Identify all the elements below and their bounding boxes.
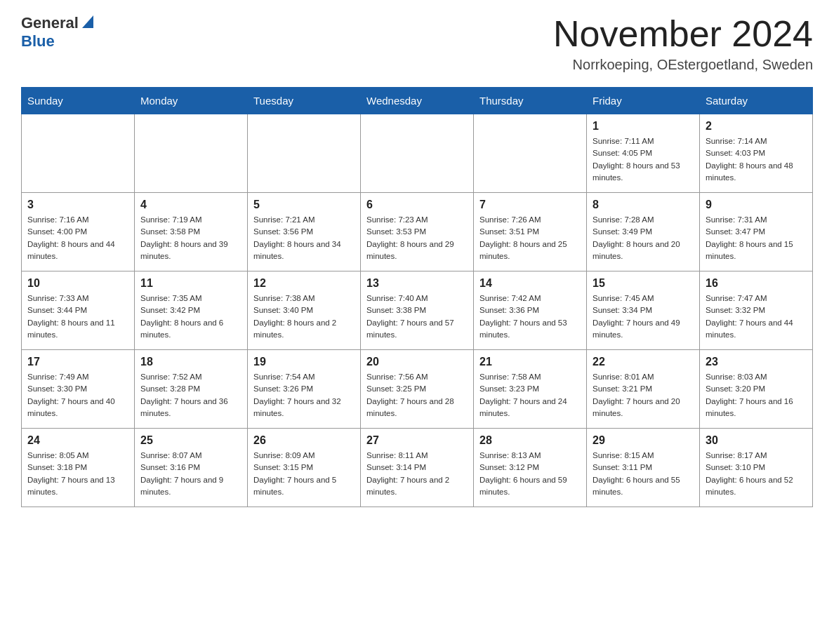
calendar-day-cell: 21 Sunrise: 7:58 AM Sunset: 3:23 PM Dayl… xyxy=(474,350,587,429)
day-of-week-header: Sunday xyxy=(22,88,135,114)
logo-general-text: General xyxy=(21,14,79,32)
sunset-text: Sunset: 3:44 PM xyxy=(27,304,128,316)
daylight-text: Daylight: 6 hours and 59 minutes. xyxy=(479,474,581,499)
day-info: Sunrise: 8:13 AM Sunset: 3:12 PM Dayligh… xyxy=(479,450,581,498)
daylight-text: Daylight: 7 hours and 9 minutes. xyxy=(140,474,241,499)
day-of-week-header: Monday xyxy=(135,88,248,114)
day-number: 29 xyxy=(593,434,694,447)
day-info: Sunrise: 7:21 AM Sunset: 3:56 PM Dayligh… xyxy=(253,214,355,262)
day-number: 21 xyxy=(479,356,581,368)
sunrise-text: Sunrise: 8:09 AM xyxy=(253,450,355,462)
daylight-text: Daylight: 8 hours and 20 minutes. xyxy=(593,239,694,263)
calendar-day-cell: 17 Sunrise: 7:49 AM Sunset: 3:30 PM Dayl… xyxy=(22,350,135,429)
daylight-text: Daylight: 8 hours and 29 minutes. xyxy=(366,239,468,263)
sunrise-text: Sunrise: 7:23 AM xyxy=(366,214,468,226)
sunset-text: Sunset: 3:21 PM xyxy=(593,383,694,395)
sunset-text: Sunset: 3:47 PM xyxy=(706,226,807,238)
day-info: Sunrise: 7:35 AM Sunset: 3:42 PM Dayligh… xyxy=(140,293,241,341)
sunrise-text: Sunrise: 7:28 AM xyxy=(593,214,694,226)
day-info: Sunrise: 7:54 AM Sunset: 3:26 PM Dayligh… xyxy=(253,371,355,420)
calendar-day-cell: 9 Sunrise: 7:31 AM Sunset: 3:47 PM Dayli… xyxy=(700,193,813,271)
calendar-day-cell: 20 Sunrise: 7:56 AM Sunset: 3:25 PM Dayl… xyxy=(361,350,474,429)
page-header: General Blue November 2024 Norrkoeping, … xyxy=(21,14,813,73)
daylight-text: Daylight: 7 hours and 40 minutes. xyxy=(27,396,128,420)
calendar-day-cell: 29 Sunrise: 8:15 AM Sunset: 3:11 PM Dayl… xyxy=(587,429,700,507)
daylight-text: Daylight: 8 hours and 2 minutes. xyxy=(253,317,355,342)
day-number: 27 xyxy=(366,434,468,447)
sunrise-text: Sunrise: 7:56 AM xyxy=(366,371,468,383)
calendar-day-cell: 22 Sunrise: 8:01 AM Sunset: 3:21 PM Dayl… xyxy=(587,350,700,429)
sunset-text: Sunset: 3:51 PM xyxy=(479,226,581,238)
calendar-day-cell xyxy=(135,114,248,193)
calendar-day-cell: 15 Sunrise: 7:45 AM Sunset: 3:34 PM Dayl… xyxy=(587,271,700,350)
day-number: 13 xyxy=(366,277,468,290)
sunset-text: Sunset: 3:49 PM xyxy=(593,226,694,238)
calendar-body: 1 Sunrise: 7:11 AM Sunset: 4:05 PM Dayli… xyxy=(22,114,813,507)
calendar-day-cell: 23 Sunrise: 8:03 AM Sunset: 3:20 PM Dayl… xyxy=(700,350,813,429)
daylight-text: Daylight: 8 hours and 6 minutes. xyxy=(140,317,241,342)
sunset-text: Sunset: 3:11 PM xyxy=(593,462,694,474)
sunrise-text: Sunrise: 7:49 AM xyxy=(27,371,128,383)
sunset-text: Sunset: 3:53 PM xyxy=(366,226,468,238)
day-of-week-header: Saturday xyxy=(700,88,813,114)
title-section: November 2024 Norrkoeping, OEstergoetlan… xyxy=(553,14,813,73)
calendar-day-cell: 28 Sunrise: 8:13 AM Sunset: 3:12 PM Dayl… xyxy=(474,429,587,507)
sunset-text: Sunset: 3:28 PM xyxy=(140,383,241,395)
daylight-text: Daylight: 6 hours and 55 minutes. xyxy=(593,474,694,499)
sunrise-text: Sunrise: 8:15 AM xyxy=(593,450,694,462)
day-number: 1 xyxy=(593,120,694,133)
day-info: Sunrise: 8:09 AM Sunset: 3:15 PM Dayligh… xyxy=(253,450,355,498)
month-title: November 2024 xyxy=(553,14,813,54)
sunrise-text: Sunrise: 7:11 AM xyxy=(593,135,694,147)
sunrise-text: Sunrise: 7:19 AM xyxy=(140,214,241,226)
day-number: 22 xyxy=(593,356,694,368)
daylight-text: Daylight: 8 hours and 15 minutes. xyxy=(706,239,807,263)
sunset-text: Sunset: 3:56 PM xyxy=(253,226,355,238)
day-number: 2 xyxy=(706,120,807,133)
sunrise-text: Sunrise: 8:11 AM xyxy=(366,450,468,462)
sunrise-text: Sunrise: 8:17 AM xyxy=(706,450,807,462)
day-number: 15 xyxy=(593,277,694,290)
sunrise-text: Sunrise: 7:47 AM xyxy=(706,293,807,304)
day-info: Sunrise: 7:16 AM Sunset: 4:00 PM Dayligh… xyxy=(27,214,128,262)
day-number: 6 xyxy=(366,199,468,211)
sunset-text: Sunset: 4:05 PM xyxy=(593,147,694,159)
day-number: 3 xyxy=(27,199,128,211)
sunrise-text: Sunrise: 7:21 AM xyxy=(253,214,355,226)
day-number: 23 xyxy=(706,356,807,368)
daylight-text: Daylight: 7 hours and 32 minutes. xyxy=(253,396,355,420)
daylight-text: Daylight: 8 hours and 44 minutes. xyxy=(27,239,128,263)
day-info: Sunrise: 8:03 AM Sunset: 3:20 PM Dayligh… xyxy=(706,371,807,420)
calendar-day-cell: 30 Sunrise: 8:17 AM Sunset: 3:10 PM Dayl… xyxy=(700,429,813,507)
calendar-day-cell xyxy=(361,114,474,193)
day-info: Sunrise: 7:49 AM Sunset: 3:30 PM Dayligh… xyxy=(27,371,128,420)
day-number: 16 xyxy=(706,277,807,290)
daylight-text: Daylight: 7 hours and 5 minutes. xyxy=(253,474,355,499)
sunrise-text: Sunrise: 7:35 AM xyxy=(140,293,241,304)
calendar-day-cell: 7 Sunrise: 7:26 AM Sunset: 3:51 PM Dayli… xyxy=(474,193,587,271)
calendar-day-cell: 27 Sunrise: 8:11 AM Sunset: 3:14 PM Dayl… xyxy=(361,429,474,507)
sunrise-text: Sunrise: 7:42 AM xyxy=(479,293,581,304)
daylight-text: Daylight: 7 hours and 36 minutes. xyxy=(140,396,241,420)
daylight-text: Daylight: 7 hours and 16 minutes. xyxy=(706,396,807,420)
day-info: Sunrise: 8:01 AM Sunset: 3:21 PM Dayligh… xyxy=(593,371,694,420)
day-number: 7 xyxy=(479,199,581,211)
calendar-day-cell: 1 Sunrise: 7:11 AM Sunset: 4:05 PM Dayli… xyxy=(587,114,700,193)
daylight-text: Daylight: 7 hours and 28 minutes. xyxy=(366,396,468,420)
day-of-week-header: Tuesday xyxy=(248,88,361,114)
logo-triangle-icon xyxy=(81,14,95,32)
calendar-day-cell: 16 Sunrise: 7:47 AM Sunset: 3:32 PM Dayl… xyxy=(700,271,813,350)
daylight-text: Daylight: 7 hours and 44 minutes. xyxy=(706,317,807,342)
calendar-week-row: 1 Sunrise: 7:11 AM Sunset: 4:05 PM Dayli… xyxy=(22,114,813,193)
day-info: Sunrise: 8:05 AM Sunset: 3:18 PM Dayligh… xyxy=(27,450,128,498)
day-info: Sunrise: 8:11 AM Sunset: 3:14 PM Dayligh… xyxy=(366,450,468,498)
daylight-text: Daylight: 8 hours and 34 minutes. xyxy=(253,239,355,263)
day-info: Sunrise: 7:26 AM Sunset: 3:51 PM Dayligh… xyxy=(479,214,581,262)
sunrise-text: Sunrise: 7:16 AM xyxy=(27,214,128,226)
sunset-text: Sunset: 3:40 PM xyxy=(253,304,355,316)
day-number: 28 xyxy=(479,434,581,447)
calendar-week-row: 10 Sunrise: 7:33 AM Sunset: 3:44 PM Dayl… xyxy=(22,271,813,350)
sunset-text: Sunset: 3:42 PM xyxy=(140,304,241,316)
day-info: Sunrise: 7:42 AM Sunset: 3:36 PM Dayligh… xyxy=(479,293,581,341)
sunrise-text: Sunrise: 7:14 AM xyxy=(706,135,807,147)
